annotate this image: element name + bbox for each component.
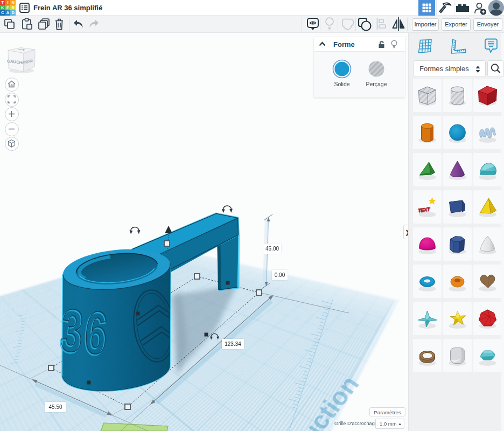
svg-text:36: 36 — [58, 296, 113, 367]
